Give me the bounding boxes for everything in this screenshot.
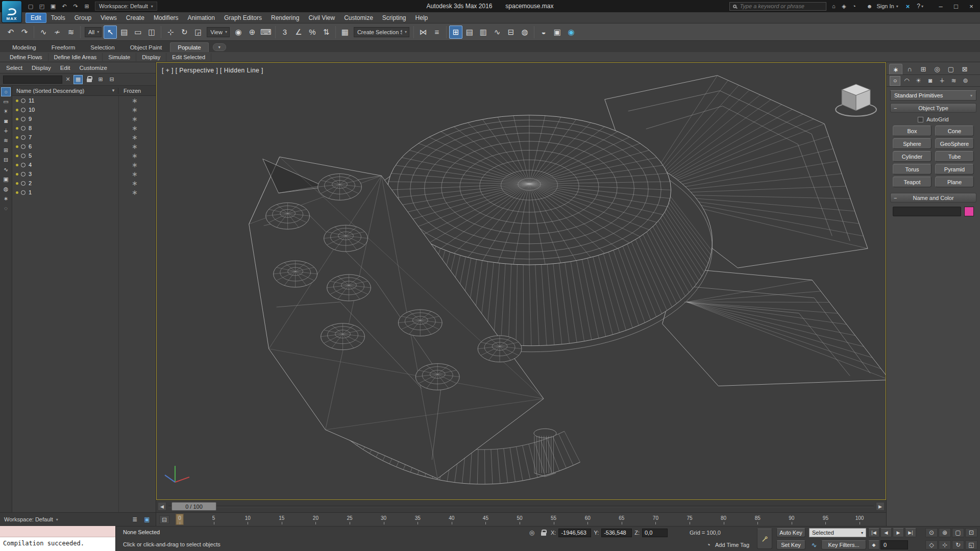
redo-quick-icon[interactable]: ↷ [70, 2, 81, 11]
pyramid-button[interactable]: Pyramid [935, 164, 974, 174]
bind-to-space-warp-icon[interactable]: ≋ [64, 26, 78, 39]
scene-object-row[interactable]: 7∗ [12, 133, 156, 142]
redo-icon[interactable]: ↷ [18, 26, 31, 39]
cameras-category-icon[interactable]: ◙ [925, 76, 936, 86]
explorer-menu-edit[interactable]: Edit [60, 65, 70, 71]
select-and-manipulate-icon[interactable]: ⊕ [246, 26, 259, 39]
frozen-toggle-icon[interactable]: ∗ [118, 171, 151, 177]
name-color-rollout[interactable]: − Name and Color [890, 193, 976, 203]
ribbon-tool-define-flows[interactable]: Define Flows [4, 53, 48, 61]
angle-snap-icon[interactable]: ∠ [292, 26, 305, 39]
close-button[interactable]: × [964, 0, 979, 12]
sign-in-button[interactable]: ☻ Sign In ▾ [861, 2, 901, 11]
pan-icon[interactable]: ⊹ [939, 540, 951, 549]
object-type-rollout[interactable]: − Object Type [890, 103, 976, 113]
new-scene-icon[interactable]: ▢ [26, 2, 36, 11]
hierarchy-tab-icon[interactable]: ⊞ [917, 64, 930, 74]
clear-search-icon[interactable]: ✕ [64, 76, 71, 83]
listener-output-line[interactable]: Compilation succeeded. [0, 537, 115, 551]
ribbon-tab-modeling[interactable]: Modeling [5, 43, 43, 52]
display-lights-filter-icon[interactable]: ☀ [1, 107, 11, 116]
viewport-label[interactable]: [ + ] [ Perspective ] [ Hidden Line ] [162, 67, 263, 74]
align-icon[interactable]: ≡ [430, 26, 444, 39]
scene-object-row[interactable]: 10∗ [12, 105, 156, 114]
menu-modifiers[interactable]: Modifiers [149, 13, 183, 22]
edit-named-selections-icon[interactable]: ▦ [338, 26, 352, 39]
scene-layers-icon[interactable]: ≣ [130, 515, 139, 524]
menu-civil-view[interactable]: Civil View [304, 13, 339, 22]
spinner-snap-icon[interactable]: ⇅ [320, 26, 333, 39]
key-mode-toggle-button[interactable]: ◆ [868, 540, 879, 549]
default-tangent-icon[interactable]: ∿ [809, 540, 819, 549]
keyboard-override-icon[interactable]: ⌨ [259, 26, 273, 39]
minimize-button[interactable]: – [933, 0, 948, 12]
ribbon-tool-edit-selected[interactable]: Edit Selected [166, 53, 211, 61]
menu-customize[interactable]: Customize [339, 13, 378, 22]
cone-button[interactable]: Cone [935, 126, 974, 136]
spacewarps-category-icon[interactable]: ≋ [948, 76, 959, 86]
help-menu[interactable]: ? ▾ [914, 3, 926, 10]
percent-snap-icon[interactable]: % [306, 26, 319, 39]
save-file-icon[interactable]: ▣ [48, 2, 58, 11]
selection-filter-dropdown[interactable]: All▾ [85, 27, 102, 37]
object-color-swatch[interactable] [964, 207, 974, 216]
menu-animation[interactable]: Animation [183, 13, 219, 22]
go-to-end-button[interactable]: ▶| [905, 528, 916, 537]
zoom-extents-icon[interactable]: ▢ [952, 528, 964, 537]
material-editor-icon[interactable]: ◍ [518, 26, 531, 39]
schematic-view-icon[interactable]: ⊟ [504, 26, 518, 39]
application-menu-button[interactable]: MAX [2, 1, 21, 22]
box-button[interactable]: Box [893, 126, 932, 136]
play-button[interactable]: ▶ [893, 528, 904, 537]
go-to-start-button[interactable]: |◀ [868, 528, 879, 537]
scene-object-row[interactable]: 5∗ [12, 151, 156, 160]
frozen-toggle-icon[interactable]: ∗ [118, 98, 151, 103]
create-tab-icon[interactable]: ∗ [889, 64, 902, 74]
zoom-all-icon[interactable]: ⊕ [939, 528, 951, 537]
time-slider-handle[interactable]: 0 / 100 [172, 502, 216, 511]
torus-button[interactable]: Torus [893, 164, 932, 174]
search-input[interactable] [740, 3, 823, 9]
set-key-button[interactable]: Set Key [776, 540, 805, 549]
frozen-column-header[interactable]: Frozen [118, 88, 141, 94]
remove-filter-icon[interactable]: ⊟ [107, 75, 116, 84]
display-hidden-filter-icon[interactable]: ◌ [1, 204, 11, 213]
scene-object-row[interactable]: 3∗ [12, 169, 156, 179]
ribbon-toggle-icon[interactable]: ▥ [477, 26, 490, 39]
frozen-toggle-icon[interactable]: ∗ [118, 144, 151, 149]
ribbon-minimize-icon[interactable]: ▼ [213, 43, 226, 51]
undo-icon[interactable]: ↶ [4, 26, 17, 39]
mirror-icon[interactable]: ⋈ [416, 26, 430, 39]
display-geometry-filter-icon[interactable]: ○ [1, 87, 11, 96]
ribbon-tab-freeform[interactable]: Freeform [44, 43, 83, 52]
display-groups-filter-icon[interactable]: ⊞ [1, 145, 11, 155]
primitive-category-dropdown[interactable]: Standard Primitives ▾ [890, 90, 976, 101]
utilities-tab-icon[interactable]: ⊠ [958, 64, 971, 74]
render-setup-icon[interactable]: ◒ [537, 26, 550, 39]
frozen-toggle-icon[interactable]: ∗ [118, 116, 151, 121]
display-xrefs-filter-icon[interactable]: ⊟ [1, 155, 11, 164]
curve-editor-icon[interactable]: ∿ [491, 26, 504, 39]
search-box[interactable] [729, 2, 826, 11]
display-tab-icon[interactable]: ▢ [944, 64, 958, 74]
menu-edit[interactable]: Edit [26, 13, 46, 23]
layer-manager-icon[interactable]: ▤ [463, 26, 476, 39]
display-materials-filter-icon[interactable]: ◍ [1, 184, 11, 193]
auto-key-button[interactable]: Auto Key [776, 528, 805, 537]
display-containers-filter-icon[interactable]: ▣ [1, 174, 11, 184]
find-filter-icon[interactable]: ▦ [74, 75, 83, 84]
menu-group[interactable]: Group [70, 13, 96, 22]
menu-scripting[interactable]: Scripting [378, 13, 411, 22]
ribbon-tab-selection[interactable]: Selection [83, 43, 121, 52]
menu-views[interactable]: Views [96, 13, 121, 22]
project-folder-icon[interactable]: ⊞ [82, 2, 92, 11]
modify-tab-icon[interactable]: ∩ [903, 64, 916, 74]
maximize-viewport-icon[interactable]: ◱ [965, 540, 977, 549]
tube-button[interactable]: Tube [935, 151, 974, 162]
select-and-move-icon[interactable]: ⊹ [164, 26, 177, 39]
set-key-toggle-button[interactable]: ⊸ [757, 529, 772, 549]
frozen-toggle-icon[interactable]: ∗ [118, 126, 151, 131]
select-and-link-icon[interactable]: ∿ [37, 26, 50, 39]
scene-object-row[interactable]: 4∗ [12, 160, 156, 169]
select-and-scale-icon[interactable]: ◲ [191, 26, 205, 39]
